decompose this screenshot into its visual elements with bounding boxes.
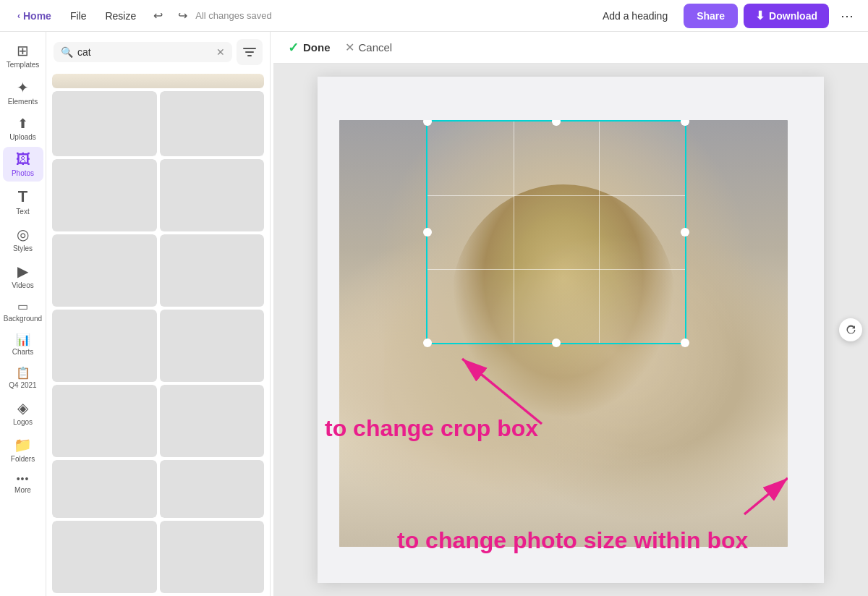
top-bar: ‹ Home File Resize ↩ ↪ All changes saved… — [0, 0, 868, 32]
crop-handle-tm[interactable] — [552, 120, 561, 126]
outer-handle-bl[interactable] — [339, 545, 341, 547]
search-bar: 🔍 ✕ — [46, 32, 270, 71]
rotate-icon — [844, 323, 857, 336]
sidebar-item-elements[interactable]: ✦ Elements — [3, 74, 43, 110]
home-button[interactable]: ‹ Home — [9, 4, 60, 27]
resize-button[interactable]: Resize — [96, 4, 145, 27]
cancel-button[interactable]: ✕ Cancel — [345, 41, 393, 54]
list-item[interactable] — [52, 234, 157, 307]
list-item[interactable] — [52, 91, 157, 156]
canvas-page: to change crop box to change photo size … — [318, 77, 824, 583]
sidebar-item-more[interactable]: ••• More — [3, 469, 43, 498]
list-item[interactable] — [160, 159, 265, 231]
list-item[interactable] — [52, 310, 157, 382]
filter-icon — [243, 47, 256, 57]
list-item[interactable] — [52, 385, 157, 457]
redo-button[interactable]: ↪ — [171, 4, 194, 27]
done-cancel-bar: ✓ Done ✕ Cancel — [273, 32, 868, 64]
search-icon: 🔍 — [61, 46, 73, 58]
top-bar-left: ‹ Home File Resize ↩ ↪ All changes saved — [9, 4, 272, 27]
search-input[interactable] — [77, 46, 212, 58]
outer-handle-tr[interactable] — [786, 120, 788, 122]
uploads-icon: ⬆ — [17, 116, 28, 132]
sidebar-item-uploads[interactable]: ⬆ Uploads — [3, 111, 43, 145]
sidebar-label-photos: Photos — [12, 169, 34, 177]
rotate-handle[interactable] — [839, 318, 862, 341]
logos-icon: ◈ — [17, 399, 28, 417]
top-bar-right: Add a heading Share ⬇ Download ⋯ — [592, 4, 859, 28]
undo-button[interactable]: ↩ — [146, 4, 169, 27]
sidebar-label-uploads: Uploads — [9, 133, 36, 141]
outer-handle-br[interactable] — [786, 545, 788, 547]
crop-line-h1 — [427, 195, 685, 196]
list-item[interactable] — [160, 385, 265, 457]
list-item[interactable] — [160, 460, 265, 518]
sidebar-label-charts: Charts — [12, 348, 33, 356]
filter-button[interactable] — [237, 39, 263, 65]
done-button[interactable]: ✓ Done — [288, 40, 331, 56]
crop-handle-ml[interactable] — [423, 228, 432, 237]
sidebar-label-folders: Folders — [11, 455, 35, 463]
crop-handle-br[interactable] — [681, 339, 689, 347]
svg-rect-1 — [245, 51, 254, 53]
sidebar-label-q42021: Q4 2021 — [9, 381, 36, 389]
styles-icon: ◎ — [17, 226, 29, 243]
sidebar-item-background[interactable]: ▭ Background — [3, 295, 43, 327]
sidebar-label-templates: Templates — [7, 61, 40, 69]
outer-handle-tl[interactable] — [339, 120, 341, 122]
list-item[interactable] — [160, 234, 265, 307]
sidebar-item-text[interactable]: T Text — [3, 183, 43, 220]
more-options-button[interactable]: ⋯ — [835, 4, 859, 28]
sidebar-item-charts[interactable]: 📊 Charts — [3, 328, 43, 360]
sidebar-item-videos[interactable]: ▶ Videos — [3, 258, 43, 294]
charts-icon: 📊 — [16, 333, 30, 346]
search-panel: 🔍 ✕ — [46, 32, 271, 596]
checkmark-icon: ✓ — [288, 40, 299, 56]
sidebar: ⊞ Templates ✦ Elements ⬆ Uploads 🖼 Photo… — [0, 32, 46, 596]
sidebar-label-videos: Videos — [12, 281, 33, 289]
sidebar-label-background: Background — [4, 315, 42, 323]
photos-grid — [46, 71, 270, 596]
more-icon: ••• — [17, 473, 30, 485]
crop-line-h2 — [427, 269, 685, 270]
file-button[interactable]: File — [61, 4, 95, 27]
sidebar-item-logos[interactable]: ◈ Logos — [3, 395, 43, 430]
crop-handle-bm[interactable] — [552, 339, 561, 347]
sidebar-item-templates[interactable]: ⊞ Templates — [3, 38, 43, 73]
crop-handle-bl[interactable] — [423, 339, 432, 347]
list-item[interactable] — [52, 74, 264, 88]
sidebar-label-logos: Logos — [13, 418, 33, 426]
canvas-viewport: to change crop box to change photo size … — [273, 64, 868, 596]
list-item[interactable] — [160, 521, 265, 593]
list-item[interactable] — [52, 521, 157, 593]
crop-line-v1 — [514, 122, 514, 343]
sidebar-label-text: Text — [16, 208, 29, 216]
list-item[interactable] — [52, 460, 157, 518]
background-icon: ▭ — [17, 299, 28, 313]
sidebar-item-folders[interactable]: 📁 Folders — [3, 432, 43, 467]
sidebar-item-styles[interactable]: ◎ Styles — [3, 221, 43, 257]
list-item[interactable] — [160, 91, 265, 156]
canvas-area: ✓ Done ✕ Cancel — [273, 32, 868, 596]
list-item[interactable] — [160, 310, 265, 382]
sidebar-item-q42021[interactable]: 📋 Q4 2021 — [3, 362, 43, 393]
photos-icon: 🖼 — [16, 151, 30, 168]
search-clear-button[interactable]: ✕ — [216, 46, 225, 58]
svg-rect-0 — [243, 48, 256, 49]
crop-handle-mr[interactable] — [681, 228, 689, 237]
videos-icon: ▶ — [17, 263, 28, 280]
share-button[interactable]: Share — [684, 4, 738, 28]
crop-handle-tl[interactable] — [423, 120, 432, 126]
folders-icon: 📁 — [14, 436, 32, 454]
q42021-icon: 📋 — [16, 366, 30, 380]
autosave-status: All changes saved — [195, 10, 272, 21]
photo-container[interactable] — [339, 120, 788, 547]
list-item[interactable] — [52, 159, 157, 231]
sidebar-item-photos[interactable]: 🖼 Photos — [3, 147, 43, 182]
download-button[interactable]: ⬇ Download — [744, 4, 829, 28]
crop-line-v2 — [599, 122, 600, 343]
main-layout: ⊞ Templates ✦ Elements ⬆ Uploads 🖼 Photo… — [0, 32, 868, 596]
elements-icon: ✦ — [17, 79, 29, 96]
add-heading-button[interactable]: Add a heading — [592, 4, 678, 27]
crop-box[interactable] — [426, 120, 686, 344]
